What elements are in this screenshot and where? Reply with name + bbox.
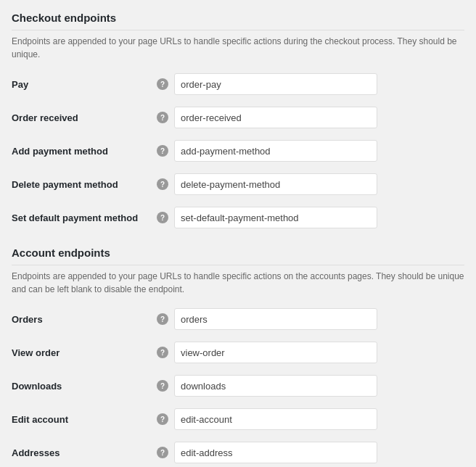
edit-account-help-icon[interactable]: ? (157, 413, 168, 425)
orders-input[interactable] (174, 308, 377, 330)
delete-payment-method-input[interactable] (174, 173, 377, 195)
orders-row: Orders ? (12, 307, 464, 331)
view-order-input[interactable] (174, 342, 377, 363)
addresses-help-icon[interactable]: ? (157, 447, 168, 458)
addresses-label: Addresses (12, 447, 157, 458)
add-payment-method-label: Add payment method (12, 146, 157, 157)
edit-account-row: Edit account ? (12, 408, 464, 431)
pay-row: Pay ? (12, 73, 464, 96)
edit-account-input[interactable] (174, 408, 377, 430)
delete-payment-method-label: Delete payment method (12, 179, 157, 190)
account-section-title: Account endpoints (12, 247, 464, 265)
downloads-input[interactable] (174, 375, 377, 397)
edit-account-label: Edit account (12, 414, 157, 425)
addresses-row: Addresses ? (12, 441, 464, 464)
set-default-payment-method-row: Set default payment method ? (12, 206, 464, 229)
downloads-help-icon[interactable]: ? (157, 380, 168, 392)
view-order-help-icon[interactable]: ? (157, 347, 168, 358)
view-order-label: View order (12, 347, 157, 358)
pay-label: Pay (12, 79, 157, 90)
pay-help-icon[interactable]: ? (157, 78, 168, 90)
delete-payment-method-help-icon[interactable]: ? (157, 178, 168, 190)
set-default-payment-method-input[interactable] (174, 207, 377, 228)
orders-label: Orders (12, 314, 157, 325)
order-received-input[interactable] (174, 107, 377, 128)
account-section-desc: Endpoints are appended to your page URLs… (12, 270, 464, 296)
order-received-row: Order received ? (12, 106, 464, 129)
account-endpoints-section: Account endpoints Endpoints are appended… (12, 247, 464, 467)
orders-help-icon[interactable]: ? (157, 313, 168, 325)
addresses-input[interactable] (174, 442, 377, 463)
add-payment-method-input[interactable] (174, 140, 377, 162)
checkout-section-title: Checkout endpoints (12, 12, 464, 30)
order-received-label: Order received (12, 112, 157, 123)
checkout-endpoints-section: Checkout endpoints Endpoints are appende… (12, 12, 464, 229)
set-default-payment-method-label: Set default payment method (12, 212, 157, 223)
pay-input[interactable] (174, 73, 377, 95)
add-payment-method-row: Add payment method ? (12, 139, 464, 162)
view-order-row: View order ? (12, 341, 464, 364)
downloads-label: Downloads (12, 381, 157, 392)
delete-payment-method-row: Delete payment method ? (12, 173, 464, 196)
downloads-row: Downloads ? (12, 374, 464, 397)
add-payment-method-help-icon[interactable]: ? (157, 145, 168, 157)
checkout-section-desc: Endpoints are appended to your page URLs… (12, 35, 464, 61)
order-received-help-icon[interactable]: ? (157, 112, 168, 123)
set-default-payment-method-help-icon[interactable]: ? (157, 212, 168, 223)
